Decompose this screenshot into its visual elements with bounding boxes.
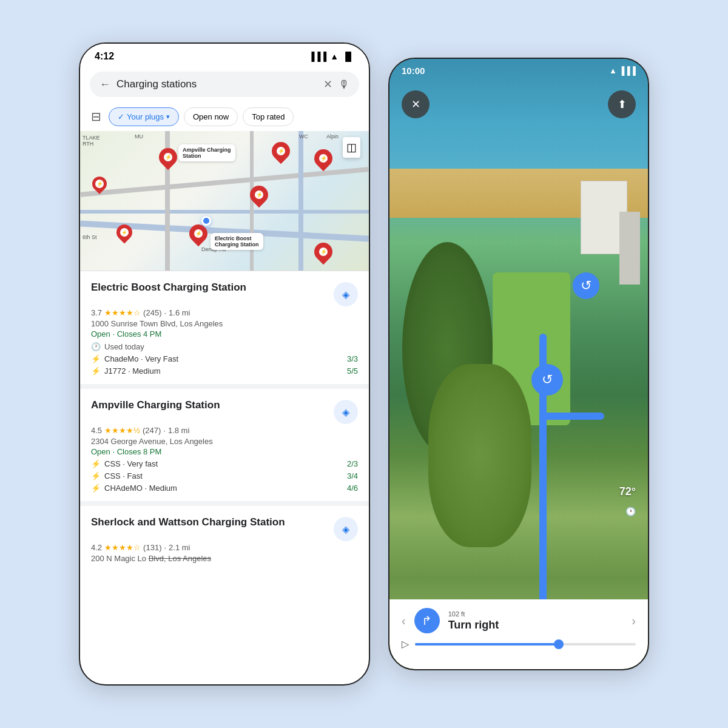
progress-thumb bbox=[554, 639, 564, 649]
main-container: 4:12 ▐▐▐ ▲ ▐▌ ← Charging stations ✕ 🎙 ⊟ … bbox=[55, 18, 673, 710]
aerial-green-2 bbox=[428, 364, 531, 547]
nav-wifi-icon: ▲ ▐▐▐ bbox=[609, 66, 636, 75]
play-button[interactable]: ▷ bbox=[402, 638, 409, 650]
station-2-open: Open · Closes 8 PM bbox=[91, 447, 358, 456]
share-nav-button[interactable]: ⬆ bbox=[608, 90, 636, 118]
directions-icon-3: ◈ bbox=[342, 524, 349, 535]
charger-1-avail: 3/3 bbox=[347, 354, 358, 363]
nav-distance: 102 ft bbox=[448, 610, 499, 618]
share-icon: ⬆ bbox=[618, 98, 627, 111]
progress-fill bbox=[415, 643, 559, 645]
map-label-mu: MU bbox=[135, 133, 143, 140]
close-nav-button[interactable]: ✕ bbox=[402, 90, 430, 118]
status-time-1: 4:12 bbox=[95, 51, 114, 62]
map-label-6th: 6th St bbox=[83, 234, 97, 240]
map-label-tl: TLAKERTH bbox=[83, 135, 100, 147]
station-1-charger-1: ⚡ ChadeMo · Very Fast 3/3 bbox=[91, 354, 358, 363]
nav-status-time: 10:00 bbox=[402, 66, 425, 76]
station-1-stars: ★★★★☆ bbox=[104, 308, 141, 317]
station-1-rating: 3.7 ★★★★☆ (245) · 1.6 mi bbox=[91, 308, 358, 317]
nav-next-button[interactable]: › bbox=[632, 614, 636, 628]
search-text: Charging stations bbox=[116, 78, 317, 90]
time-widget: 🕐 bbox=[625, 507, 636, 516]
station-2-charger-3: ⚡ CHAdeMO · Medium 4/6 bbox=[91, 484, 358, 493]
bolt-icon-5: ⚡ bbox=[91, 484, 101, 493]
filter-settings-button[interactable]: ⊟ bbox=[89, 107, 104, 126]
back-arrow-icon[interactable]: ← bbox=[99, 78, 110, 91]
map-label-wc: WC bbox=[299, 133, 308, 140]
nav-prev-button[interactable]: ‹ bbox=[402, 614, 406, 628]
station-2-charger-1: ⚡ CSS · Very fast 2/3 bbox=[91, 459, 358, 468]
clear-icon[interactable]: ✕ bbox=[323, 78, 332, 91]
station-3-address-suffix: Blvd, Los Angeles bbox=[149, 554, 211, 563]
station-3-rating-count: (131) bbox=[143, 543, 161, 552]
station-3-nav-button[interactable]: ◈ bbox=[334, 517, 358, 541]
station-3-rating-value: 4.2 bbox=[91, 543, 102, 552]
station-1-dist-value: 1.6 mi bbox=[169, 308, 190, 317]
station-2-rating-value: 4.5 bbox=[91, 426, 102, 435]
station-3-rating: 4.2 ★★★★☆ (131) · 2.1 mi bbox=[91, 543, 358, 552]
station-1-address: 1000 Sunrise Town Blvd, Los Angeles bbox=[91, 319, 358, 328]
user-location-dot bbox=[201, 216, 211, 226]
pin-left[interactable]: ⚡ bbox=[92, 177, 110, 198]
directions-icon-2: ◈ bbox=[342, 406, 349, 418]
pin-br[interactable]: ⚡ bbox=[314, 243, 332, 265]
turn-arrow-main: ↺ bbox=[531, 364, 563, 396]
map-area[interactable]: TLAKERTH MU WC Alpin 6th St Denap Rd ⚡ A… bbox=[80, 131, 369, 271]
open-now-label: Open now bbox=[193, 112, 229, 121]
aerial-view: ↺ ↺ 72° 🕐 bbox=[389, 59, 648, 669]
status-bar-1: 4:12 ▐▐▐ ▲ ▐▌ bbox=[80, 44, 369, 66]
signal-icon: ▐▐▐ bbox=[309, 52, 327, 61]
pin-center[interactable]: ⚡ bbox=[250, 186, 268, 207]
mic-icon[interactable]: 🎙 bbox=[339, 78, 349, 91]
your-plugs-label: Your plugs bbox=[127, 112, 164, 121]
pin-bl[interactable]: ⚡ bbox=[116, 224, 135, 246]
bolt-icon-3: ⚡ bbox=[91, 459, 101, 468]
nav-status-bar: 10:00 ▲ ▐▐▐ bbox=[389, 59, 648, 79]
station-2-name: Ampville Charging Station bbox=[91, 399, 220, 412]
turn-right-icon: ↱ bbox=[422, 613, 432, 628]
bolt-icon-1: ⚡ bbox=[91, 354, 101, 363]
station-2-nav-button[interactable]: ◈ bbox=[334, 400, 358, 424]
battery-icon: ▐▌ bbox=[342, 52, 354, 61]
your-plugs-chip[interactable]: ✓ Your plugs ▾ bbox=[109, 107, 179, 126]
charger-5-type: CHAdeMO · Medium bbox=[104, 484, 177, 493]
pin-tr2[interactable]: ⚡ bbox=[314, 149, 332, 171]
open-now-chip[interactable]: Open now bbox=[184, 107, 238, 126]
station-item-3[interactable]: Sherlock and Wattson Charging Station ◈ … bbox=[80, 506, 369, 571]
turn-right-indicator: ↱ bbox=[414, 608, 440, 633]
map-label-alpin: Alpin bbox=[326, 133, 339, 140]
station-1-charger-2: ⚡ J1772 · Medium 5/5 bbox=[91, 366, 358, 376]
pin-ampville[interactable]: ⚡ bbox=[159, 148, 177, 170]
layers-button[interactable]: ◫ bbox=[343, 137, 360, 158]
station-2-charger-2: ⚡ CSS · Fast 3/4 bbox=[91, 471, 358, 480]
station-2-stars: ★★★★½ bbox=[104, 426, 140, 435]
bolt-icon-4: ⚡ bbox=[91, 471, 101, 480]
pin-tr1[interactable]: ⚡ bbox=[272, 142, 290, 164]
nav-instruction-text: 102 ft Turn right bbox=[448, 610, 499, 632]
ampville-label: Ampville ChargingStation bbox=[178, 144, 235, 161]
pin-electric-boost[interactable]: ⚡ bbox=[189, 224, 207, 246]
station-item-2[interactable]: Ampville Charging Station ◈ 4.5 ★★★★½ (2… bbox=[80, 389, 369, 501]
aerial-parking bbox=[619, 212, 640, 285]
search-bar[interactable]: ← Charging stations ✕ 🎙 bbox=[90, 72, 359, 97]
charger-5-avail: 4/6 bbox=[347, 484, 358, 493]
check-icon: ✓ bbox=[118, 112, 124, 121]
station-3-address: 200 N Magic Lo Blvd, Los Angeles bbox=[91, 554, 358, 563]
charger-3-type: CSS · Very fast bbox=[104, 459, 158, 468]
station-item-1[interactable]: Electric Boost Charging Station ◈ 3.7 ★★… bbox=[80, 271, 369, 384]
station-2-rating: 4.5 ★★★★½ (247) · 1.8 mi bbox=[91, 426, 358, 435]
temperature-display: 72° bbox=[619, 485, 636, 498]
station-1-nav-button[interactable]: ◈ bbox=[334, 282, 358, 306]
turn-arrow-secondary: ↺ bbox=[573, 272, 599, 299]
station-1-name: Electric Boost Charging Station bbox=[91, 281, 246, 294]
nav-instruction-row: ‹ ↱ 102 ft Turn right › bbox=[389, 599, 648, 638]
nav-action: Turn right bbox=[448, 619, 499, 632]
nav-progress-bar[interactable] bbox=[415, 643, 636, 645]
top-rated-chip[interactable]: Top rated bbox=[243, 107, 294, 126]
nav-status-icons: ▲ ▐▐▐ bbox=[609, 65, 636, 76]
station-1-used: 🕐 Used today bbox=[91, 342, 358, 351]
divider-2 bbox=[80, 501, 369, 506]
nav-progress-row: ▷ bbox=[389, 638, 648, 650]
station-2-dist-value: 1.8 mi bbox=[168, 426, 189, 435]
